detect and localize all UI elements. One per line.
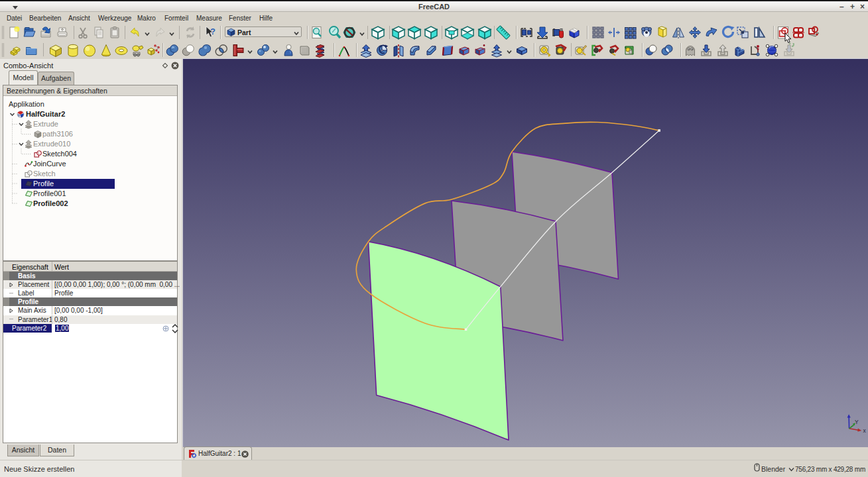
svg-text:Y: Y (855, 419, 859, 425)
svg-text:?: ? (210, 26, 216, 36)
